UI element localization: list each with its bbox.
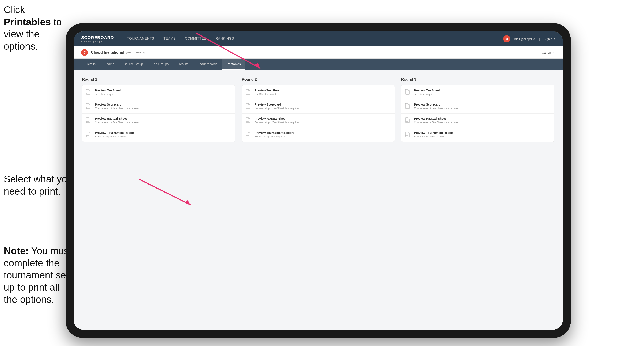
svg-rect-10 <box>405 118 408 121</box>
round-1-card: Preview Tee SheetTee Sheet required Prev… <box>82 85 235 142</box>
print-label-2-0: Preview Tee Sheet <box>414 89 440 92</box>
round-3-title: Round 3 <box>401 77 554 82</box>
nav-rankings[interactable]: RANKINGS <box>211 31 239 46</box>
round-1-title: Round 1 <box>82 77 235 82</box>
round-3-item-0[interactable]: Preview Tee SheetTee Sheet required <box>401 85 554 99</box>
scoreboard-title: SCOREBOARD <box>81 35 114 40</box>
sub-header: C Clippd Invitational (Men) Hosting Canc… <box>74 46 563 59</box>
print-label-0-2: Preview Ragazzi Sheet <box>95 117 140 120</box>
document-icon <box>405 132 411 138</box>
tab-printables[interactable]: Printables <box>222 59 246 70</box>
document-icon <box>86 89 92 96</box>
tab-results[interactable]: Results <box>173 59 193 70</box>
rounds-grid: Round 1 Preview Tee SheetTee Sheet requi… <box>82 77 554 142</box>
print-sub-1-1: Course setup + Tee Sheet data required <box>254 107 300 110</box>
svg-rect-4 <box>246 89 249 93</box>
tab-tee-groups[interactable]: Tee Groups <box>148 59 173 70</box>
print-text-group: Preview ScorecardCourse setup + Tee Shee… <box>95 103 140 110</box>
tournament-badge: (Men) <box>126 51 133 54</box>
nav-user-email: blair@clippd.io <box>514 37 535 41</box>
svg-rect-9 <box>405 103 408 107</box>
print-label-0-1: Preview Scorecard <box>95 103 140 106</box>
main-content: Round 1 Preview Tee SheetTee Sheet requi… <box>74 70 563 330</box>
print-label-1-3: Preview Tournament Report <box>254 131 294 135</box>
nav-committee[interactable]: COMMITTEE <box>180 31 211 46</box>
sign-out-button[interactable]: Sign out <box>544 37 555 41</box>
document-icon <box>246 132 252 138</box>
print-label-2-2: Preview Ragazzi Sheet <box>414 117 459 120</box>
document-icon <box>86 117 92 124</box>
nav-tournaments[interactable]: TOURNAMENTS <box>122 31 159 46</box>
nav-separator: | <box>539 37 540 41</box>
document-icon <box>246 117 252 124</box>
round-2-item-2[interactable]: Preview Ragazzi SheetCourse setup + Tee … <box>242 114 395 128</box>
nav-links: TOURNAMENTS TEAMS COMMITTEE RANKINGS <box>122 31 503 46</box>
round-3-card: Preview Tee SheetTee Sheet required Prev… <box>401 85 554 142</box>
print-sub-0-1: Course setup + Tee Sheet data required <box>95 107 140 110</box>
print-sub-2-2: Course setup + Tee Sheet data required <box>414 121 459 124</box>
round-3-item-2[interactable]: Preview Ragazzi SheetCourse setup + Tee … <box>401 114 554 128</box>
round-2-item-1[interactable]: Preview ScorecardCourse setup + Tee Shee… <box>242 99 395 114</box>
round-1-item-2[interactable]: Preview Ragazzi SheetCourse setup + Tee … <box>82 114 235 128</box>
round-1-item-1[interactable]: Preview ScorecardCourse setup + Tee Shee… <box>82 99 235 114</box>
document-icon <box>405 89 411 96</box>
print-label-1-1: Preview Scorecard <box>254 103 300 106</box>
document-icon <box>86 103 92 110</box>
nav-teams[interactable]: TEAMS <box>159 31 180 46</box>
svg-rect-6 <box>246 118 249 121</box>
svg-rect-1 <box>86 103 89 107</box>
tab-course-setup[interactable]: Course Setup <box>119 59 148 70</box>
document-icon <box>405 117 411 124</box>
round-3-item-3[interactable]: Preview Tournament ReportRound Completio… <box>401 128 554 142</box>
round-2-title: Round 2 <box>242 77 395 82</box>
print-text-group: Preview Ragazzi SheetCourse setup + Tee … <box>414 117 459 124</box>
print-label-0-0: Preview Tee Sheet <box>95 89 121 92</box>
print-label-1-2: Preview Ragazzi Sheet <box>254 117 300 120</box>
print-sub-2-3: Round Completion required <box>414 135 453 138</box>
instruction-bot: Note: You must complete the tournament s… <box>4 245 76 306</box>
print-text-group: Preview ScorecardCourse setup + Tee Shee… <box>254 103 300 110</box>
document-icon <box>405 103 411 110</box>
print-text-group: Preview Tee SheetTee Sheet required <box>95 89 121 96</box>
print-text-group: Preview Tournament ReportRound Completio… <box>95 131 134 138</box>
print-text-group: Preview Tournament ReportRound Completio… <box>414 131 453 138</box>
tab-bar: Details Teams Course Setup Tee Groups Re… <box>74 59 563 70</box>
print-sub-1-3: Round Completion required <box>254 135 294 138</box>
round-2: Round 2 Preview Tee SheetTee Sheet requi… <box>242 77 395 142</box>
instruction-bold: Printables <box>4 16 51 27</box>
round-3-item-1[interactable]: Preview ScorecardCourse setup + Tee Shee… <box>401 99 554 114</box>
print-sub-0-2: Course setup + Tee Sheet data required <box>95 121 140 124</box>
cancel-button[interactable]: Cancel ✕ <box>542 51 555 54</box>
round-2-card: Preview Tee SheetTee Sheet required Prev… <box>242 85 395 142</box>
round-2-item-0[interactable]: Preview Tee SheetTee Sheet required <box>242 85 395 99</box>
svg-rect-7 <box>246 132 249 136</box>
tab-details[interactable]: Details <box>81 59 100 70</box>
print-label-2-1: Preview Scorecard <box>414 103 459 106</box>
print-sub-2-1: Course setup + Tee Sheet data required <box>414 107 459 110</box>
print-label-0-3: Preview Tournament Report <box>95 131 134 135</box>
tab-leaderboards[interactable]: Leaderboards <box>193 59 222 70</box>
round-1-item-3[interactable]: Preview Tournament ReportRound Completio… <box>82 128 235 142</box>
print-text-group: Preview Tee SheetTee Sheet required <box>414 89 440 96</box>
print-label-1-0: Preview Tee Sheet <box>254 89 280 92</box>
print-label-2-3: Preview Tournament Report <box>414 131 453 135</box>
nav-right: B blair@clippd.io | Sign out <box>503 35 555 42</box>
instruction-top: Click Printables to view the options. <box>4 4 72 52</box>
tab-teams[interactable]: Teams <box>100 59 119 70</box>
tournament-logo: C <box>81 49 88 56</box>
scoreboard-sub: Powered by clippd <box>81 40 114 43</box>
round-1-item-0[interactable]: Preview Tee SheetTee Sheet required <box>82 85 235 99</box>
round-2-item-3[interactable]: Preview Tournament ReportRound Completio… <box>242 128 395 142</box>
svg-rect-3 <box>86 132 89 136</box>
print-text-group: Preview Tee SheetTee Sheet required <box>254 89 280 96</box>
document-icon <box>246 89 252 96</box>
tablet-screen: SCOREBOARD Powered by clippd TOURNAMENTS… <box>74 31 563 330</box>
tournament-status: Hosting <box>135 51 144 54</box>
tablet-shell: SCOREBOARD Powered by clippd TOURNAMENTS… <box>66 23 571 338</box>
instruction-note-bold: Note: <box>4 245 29 256</box>
svg-rect-2 <box>86 118 89 121</box>
document-icon <box>246 103 252 110</box>
instruction-mid: Select what you need to print. <box>4 173 76 197</box>
document-icon <box>86 132 92 138</box>
scoreboard-brand: SCOREBOARD Powered by clippd <box>81 35 114 43</box>
